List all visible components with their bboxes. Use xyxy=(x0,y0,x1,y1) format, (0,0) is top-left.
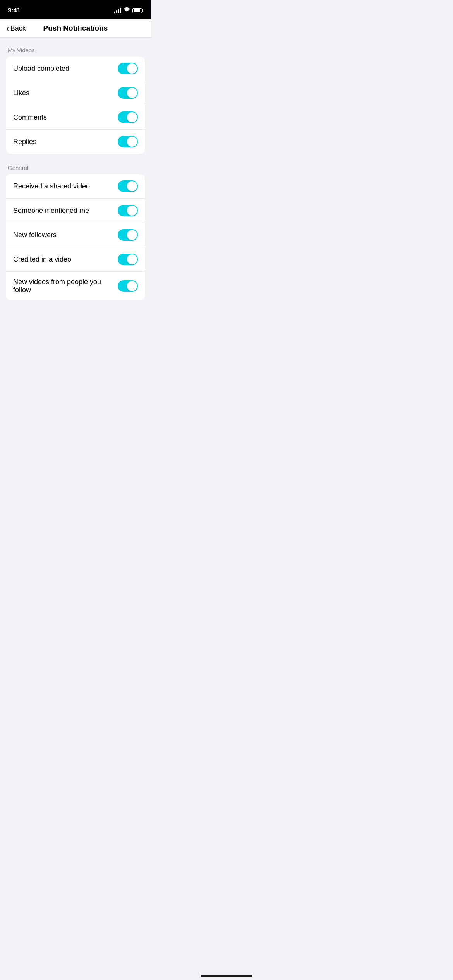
toggle-upload-completed[interactable] xyxy=(118,63,138,74)
svg-point-0 xyxy=(126,12,127,13)
setting-row-upload-completed: Upload completed xyxy=(6,57,145,81)
toggle-someone-mentioned-me[interactable] xyxy=(118,205,138,216)
setting-row-new-followers: New followers xyxy=(6,223,145,247)
back-chevron-icon: ‹ xyxy=(6,24,9,32)
setting-label-new-followers: New followers xyxy=(13,231,118,239)
section-card-general: Received a shared video Someone mentione… xyxy=(6,174,145,300)
section-my-videos: My Videos Upload completed Likes Comment… xyxy=(0,47,151,154)
back-button[interactable]: ‹ Back xyxy=(6,24,26,33)
setting-label-credited-in-video: Credited in a video xyxy=(13,255,118,264)
signal-icon xyxy=(114,8,121,13)
setting-label-upload-completed: Upload completed xyxy=(13,65,118,73)
setting-row-likes: Likes xyxy=(6,81,145,105)
toggle-comments[interactable] xyxy=(118,111,138,123)
page-title: Push Notifications xyxy=(43,24,108,33)
setting-row-new-videos-from-follow: New videos from people you follow xyxy=(6,272,145,300)
setting-label-replies: Replies xyxy=(13,138,118,146)
setting-row-comments: Comments xyxy=(6,105,145,130)
setting-row-replies: Replies xyxy=(6,130,145,154)
toggle-new-followers[interactable] xyxy=(118,229,138,241)
wifi-icon xyxy=(124,7,130,14)
nav-bar: ‹ Back Push Notifications xyxy=(0,19,151,38)
content: My Videos Upload completed Likes Comment… xyxy=(0,38,151,320)
status-bar: 9:41 xyxy=(0,0,151,19)
setting-row-received-shared-video: Received a shared video xyxy=(6,174,145,199)
section-card-my-videos: Upload completed Likes Comments xyxy=(6,57,145,154)
toggle-new-videos-from-follow[interactable] xyxy=(118,280,138,292)
toggle-credited-in-video[interactable] xyxy=(118,254,138,265)
setting-label-received-shared-video: Received a shared video xyxy=(13,182,118,190)
setting-row-someone-mentioned-me: Someone mentioned me xyxy=(6,199,145,223)
status-time: 9:41 xyxy=(8,7,21,14)
toggle-likes[interactable] xyxy=(118,87,138,99)
section-header-general: General xyxy=(0,164,151,174)
setting-label-someone-mentioned-me: Someone mentioned me xyxy=(13,207,118,215)
setting-label-new-videos-from-follow: New videos from people you follow xyxy=(13,278,118,294)
back-label: Back xyxy=(10,24,26,33)
setting-label-comments: Comments xyxy=(13,113,118,122)
setting-label-likes: Likes xyxy=(13,89,118,97)
toggle-replies[interactable] xyxy=(118,136,138,147)
setting-row-credited-in-video: Credited in a video xyxy=(6,247,145,272)
status-icons xyxy=(114,7,143,14)
section-header-my-videos: My Videos xyxy=(0,47,151,57)
section-general: General Received a shared video Someone … xyxy=(0,164,151,300)
battery-icon xyxy=(132,8,143,13)
toggle-received-shared-video[interactable] xyxy=(118,180,138,192)
